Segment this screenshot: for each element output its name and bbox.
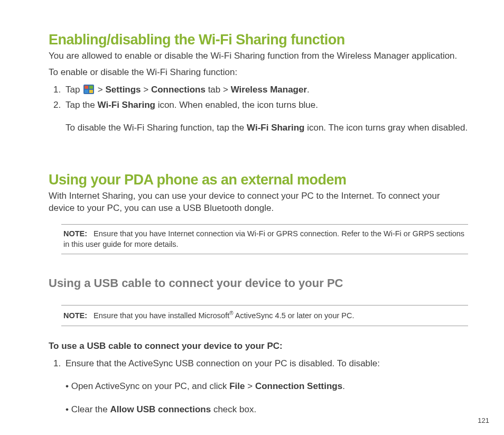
svg-rect-2 [89,86,93,89]
svg-rect-3 [85,90,88,93]
step1-wireless-manager: Wireless Manager [231,85,307,95]
document-page: Enabling/disabling the Wi-Fi Sharing fun… [0,0,504,435]
note-label-2: NOTE: [63,311,87,320]
step1-pre: Tap [66,85,82,95]
page-number: 121 [478,417,489,424]
section3-lead: To use a USB cable to connect your devic… [49,341,468,351]
step2-wifi-sharing: Wi-Fi Sharing [98,100,155,110]
section2-note: NOTE:Ensure that you have Internet conne… [61,224,468,254]
section3-bullet2: • Clear the Allow USB connections check … [66,402,468,417]
note-text: Ensure that you have Internet connection… [63,229,464,248]
bullet1-mid: > [245,381,255,391]
bullet1-pre: • Open ActiveSync on your PC, and click [66,381,229,391]
note3-pre: Ensure that you have installed Microsoft [94,311,229,320]
bullet2-post: check box. [211,404,256,414]
section1-step2: Tap the Wi-Fi Sharing icon. When enabled… [63,98,468,112]
section1-step1: Tap > Settings > Connections tab > Wirel… [63,83,468,97]
svg-rect-4 [89,90,93,93]
step1-seg3: tab > [206,85,231,95]
step2-line2-pre: To disable the Wi-Fi Sharing function, t… [66,123,247,133]
section1-step2-line2: To disable the Wi-Fi Sharing function, t… [66,121,468,135]
step1-settings: Settings [106,85,141,95]
step2-post: icon. When enabled, the icon turns blue. [155,100,318,110]
section3-note: NOTE:Ensure that you have installed Micr… [61,305,468,326]
bullet1-end: . [342,381,345,391]
note-label: NOTE: [63,229,87,238]
step2-line2-post: icon. The icon turns gray when disabled. [304,123,468,133]
section1-steps: Tap > Settings > Connections tab > Wirel… [49,83,468,112]
note3-sup: ® [229,310,233,316]
step1-end: . [307,85,310,95]
step1-seg2: > [141,85,151,95]
bullet1-file: File [229,381,245,391]
bullet1-connection-settings: Connection Settings [255,381,342,391]
section2-title: Using your PDA phone as an external mode… [49,172,468,188]
section3-steps: Ensure that the ActiveSync USB connectio… [49,357,468,371]
section1-intro: You are allowed to enable or disable the… [49,50,468,62]
section3-heading: Using a USB cable to connect your device… [49,276,468,290]
bullet2-pre: • Clear the [66,404,110,414]
section3-bullet1: • Open ActiveSync on your PC, and click … [66,379,468,393]
section2-intro: With Internet Sharing, you can use your … [49,190,468,215]
note3-post: ActiveSync 4.5 or later on your PC. [234,311,354,320]
bullet2-allow-usb: Allow USB connections [110,404,211,414]
windows-start-icon [83,85,94,94]
svg-rect-1 [85,86,88,89]
section3-step1: Ensure that the ActiveSync USB connectio… [63,357,468,371]
step2-line2-bold: Wi-Fi Sharing [247,123,304,133]
step2-pre: Tap the [66,100,98,110]
section1-title: Enabling/disabling the Wi-Fi Sharing fun… [49,32,468,48]
section1-lead: To enable or disable the Wi-Fi Sharing f… [49,67,468,79]
step1-seg1: > [95,85,105,95]
step1-connections: Connections [151,85,206,95]
